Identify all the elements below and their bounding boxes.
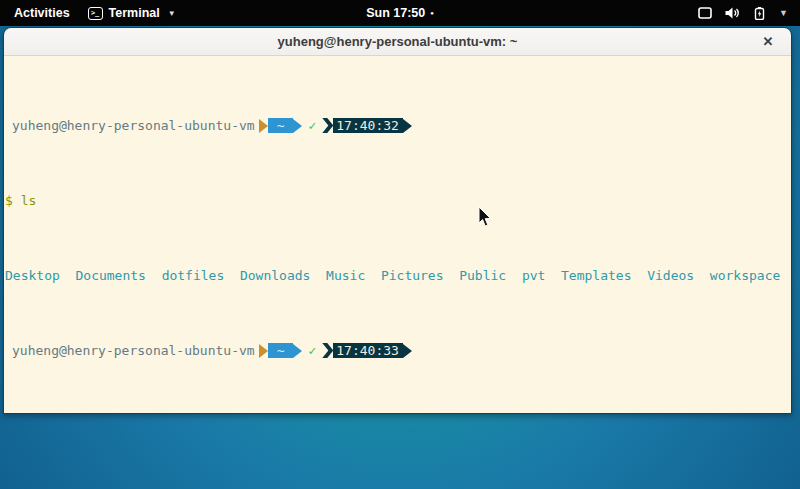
status-check-icon: ✓ xyxy=(308,343,316,358)
prompt-user-host: yuheng@henry-personal-ubuntu-vm xyxy=(12,118,255,133)
close-button[interactable]: ✕ xyxy=(759,33,777,51)
powerline-chevron-icon xyxy=(322,343,333,358)
prompt-cwd-segment: ~ xyxy=(268,343,294,358)
prompt-user-host: yuheng@henry-personal-ubuntu-vm xyxy=(12,343,255,358)
prompt-line: yuheng@henry-personal-ubuntu-vm ~ ✓ 17:4… xyxy=(5,343,791,358)
screen-icon[interactable] xyxy=(698,7,712,19)
directory-name: dotfiles xyxy=(162,268,225,283)
app-menu-button[interactable]: >_ Terminal ▼ xyxy=(88,6,176,20)
clock-label[interactable]: Sun 17:50 xyxy=(366,6,425,20)
directory-name: pvt xyxy=(522,268,545,283)
terminal-app-icon: >_ xyxy=(88,7,103,20)
notification-dot-icon: ● xyxy=(430,10,434,16)
prompt-time: 17:40:33 xyxy=(333,343,403,358)
powerline-arrow-icon xyxy=(293,344,302,358)
app-menu-label: Terminal xyxy=(109,6,160,20)
system-menu-chevron-icon[interactable]: ▼ xyxy=(779,8,788,18)
powerline-arrow-icon xyxy=(403,344,412,358)
powerline-chevron-icon xyxy=(322,118,333,133)
window-titlebar[interactable]: yuheng@henry-personal-ubuntu-vm: ~ ✕ xyxy=(4,28,791,56)
powerline-arrow-icon xyxy=(259,344,268,358)
status-check-icon: ✓ xyxy=(308,118,316,133)
terminal-content[interactable]: yuheng@henry-personal-ubuntu-vm ~ ✓ 17:4… xyxy=(4,56,791,414)
command-line: $ ls xyxy=(5,193,791,208)
typed-command: ls xyxy=(21,193,37,208)
terminal-window: yuheng@henry-personal-ubuntu-vm: ~ ✕ yuh… xyxy=(3,27,792,414)
prompt-time: 17:40:32 xyxy=(333,118,403,133)
powerline-arrow-icon xyxy=(259,119,268,133)
directory-name: Templates xyxy=(561,268,631,283)
directory-name: Desktop xyxy=(5,268,60,283)
directory-name: Downloads xyxy=(240,268,310,283)
directory-name: workspace xyxy=(710,268,780,283)
ls-output-line: Desktop Documents dotfiles Downloads Mus… xyxy=(5,268,791,283)
top-bar: Activities >_ Terminal ▼ Sun 17:50 ● xyxy=(0,0,800,26)
battery-charging-icon[interactable] xyxy=(753,7,766,20)
directory-name: Documents xyxy=(75,268,145,283)
powerline-arrow-icon xyxy=(293,119,302,133)
directory-name: Pictures xyxy=(381,268,444,283)
prompt-cwd-segment: ~ xyxy=(268,118,294,133)
volume-icon[interactable] xyxy=(725,7,740,19)
prompt-symbol: $ xyxy=(5,193,13,208)
prompt-line: yuheng@henry-personal-ubuntu-vm ~ ✓ 17:4… xyxy=(5,118,791,133)
directory-name: Videos xyxy=(647,268,694,283)
directory-name: Public xyxy=(459,268,506,283)
window-title: yuheng@henry-personal-ubuntu-vm: ~ xyxy=(278,34,518,49)
chevron-down-icon: ▼ xyxy=(168,9,176,18)
activities-button[interactable]: Activities xyxy=(10,4,74,22)
powerline-arrow-icon xyxy=(403,119,412,133)
directory-name: Music xyxy=(326,268,365,283)
